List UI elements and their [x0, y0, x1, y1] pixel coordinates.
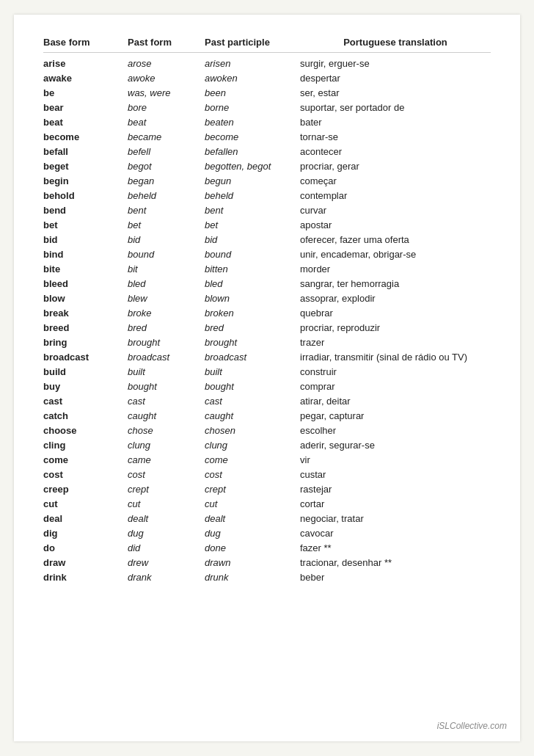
past-form-cell: befell	[128, 146, 205, 157]
past-form-cell: clung	[128, 440, 205, 451]
past-participle-cell: befallen	[205, 146, 300, 157]
past-participle-cell: bent	[205, 205, 300, 216]
translation-cell: despertar	[300, 73, 491, 84]
past-form-cell: cut	[128, 498, 205, 509]
past-participle-cell: cast	[205, 396, 300, 407]
past-participle-cell: crept	[205, 484, 300, 495]
past-form-cell: arose	[128, 58, 205, 69]
translation-cell: suportar, ser portador de	[300, 102, 491, 113]
base-form-cell: bleed	[43, 278, 128, 289]
translation-cell: tornar-se	[300, 131, 491, 142]
translation-cell: surgir, erguer-se	[300, 58, 491, 69]
base-form-cell: bind	[43, 249, 128, 260]
past-form-cell: bound	[128, 249, 205, 260]
table-row: choosechosechosenescolher	[43, 423, 491, 437]
past-form-cell: bit	[128, 263, 205, 275]
header-past-form: Past form	[128, 37, 205, 48]
header-translation: Portuguese translation	[300, 37, 491, 48]
translation-cell: apostar	[300, 219, 491, 230]
table-row: bringbroughtbroughttrazer	[43, 335, 491, 349]
past-participle-cell: caught	[205, 410, 300, 421]
past-participle-cell: bet	[205, 219, 300, 230]
past-participle-cell: bled	[205, 278, 300, 289]
base-form-cell: cost	[43, 469, 128, 480]
past-form-cell: chose	[128, 425, 205, 436]
table-row: digdugdugcavocar	[43, 526, 491, 540]
translation-cell: procriar, reproduzir	[300, 322, 491, 333]
base-form-cell: catch	[43, 410, 128, 421]
past-form-cell: caught	[128, 410, 205, 421]
translation-cell: negociar, tratar	[300, 513, 491, 524]
translation-cell: beber	[300, 572, 491, 583]
past-participle-cell: drawn	[205, 557, 300, 568]
past-participle-cell: clung	[205, 440, 300, 451]
table-header: Base form Past form Past participle Port…	[43, 37, 491, 53]
translation-cell: tracionar, desenhar **	[300, 557, 491, 568]
past-participle-cell: beheld	[205, 190, 300, 201]
base-form-cell: build	[43, 366, 128, 377]
base-form-cell: break	[43, 308, 128, 319]
past-participle-cell: arisen	[205, 58, 300, 69]
table-row: bindboundboundunir, encademar, obrigar-s…	[43, 247, 491, 261]
header-base-form: Base form	[43, 37, 128, 48]
table-row: bewas, werebeenser, estar	[43, 85, 491, 100]
table-row: awakeawokeawokendespertar	[43, 70, 491, 85]
verb-table: arisearosearisensurgir, erguer-seawakeaw…	[43, 56, 491, 584]
translation-cell: morder	[300, 263, 491, 275]
table-row: bidbidbidoferecer, fazer uma oferta	[43, 232, 491, 247]
past-form-cell: drank	[128, 572, 205, 583]
table-row: befallbefellbefallenacontecer	[43, 144, 491, 159]
past-participle-cell: dug	[205, 528, 300, 539]
past-form-cell: broke	[128, 308, 205, 319]
table-row: broadcastbroadcastbroadcastirradiar, tra…	[43, 349, 491, 364]
past-form-cell: cost	[128, 469, 205, 480]
table-row: beginbeganbeguncomeçar	[43, 173, 491, 188]
past-form-cell: blew	[128, 293, 205, 304]
table-row: dodiddonefazer **	[43, 540, 491, 555]
base-form-cell: breed	[43, 322, 128, 333]
past-form-cell: beat	[128, 117, 205, 128]
base-form-cell: dig	[43, 528, 128, 539]
header-past-participle: Past participle	[205, 37, 300, 48]
table-row: cutcutcutcortar	[43, 496, 491, 511]
past-form-cell: drew	[128, 557, 205, 568]
base-form-cell: creep	[43, 484, 128, 495]
page: Base form Past form Past participle Port…	[14, 15, 520, 741]
translation-cell: ser, estar	[300, 87, 491, 98]
past-form-cell: bred	[128, 322, 205, 333]
past-participle-cell: done	[205, 542, 300, 553]
past-participle-cell: blown	[205, 293, 300, 304]
past-form-cell: was, were	[128, 87, 205, 98]
table-row: breakbrokebrokenquebrar	[43, 305, 491, 320]
translation-cell: bater	[300, 117, 491, 128]
past-form-cell: begot	[128, 161, 205, 172]
translation-cell: escolher	[300, 425, 491, 436]
base-form-cell: come	[43, 454, 128, 465]
base-form-cell: draw	[43, 557, 128, 568]
base-form-cell: bend	[43, 205, 128, 216]
base-form-cell: bet	[43, 219, 128, 230]
base-form-cell: befall	[43, 146, 128, 157]
table-row: creepcreptcreptrastejar	[43, 481, 491, 496]
base-form-cell: bid	[43, 234, 128, 245]
past-participle-cell: been	[205, 87, 300, 98]
table-row: clingclungclungaderir, segurar-se	[43, 437, 491, 452]
base-form-cell: choose	[43, 425, 128, 436]
table-row: comecamecomevir	[43, 452, 491, 467]
past-participle-cell: brought	[205, 337, 300, 348]
base-form-cell: blow	[43, 293, 128, 304]
table-row: costcostcostcustar	[43, 467, 491, 481]
table-row: buyboughtboughtcomprar	[43, 379, 491, 393]
base-form-cell: beget	[43, 161, 128, 172]
table-row: buildbuiltbuiltconstruir	[43, 364, 491, 379]
base-form-cell: arise	[43, 58, 128, 69]
past-form-cell: built	[128, 366, 205, 377]
past-form-cell: did	[128, 542, 205, 553]
translation-cell: unir, encademar, obrigar-se	[300, 249, 491, 260]
past-form-cell: crept	[128, 484, 205, 495]
translation-cell: aderir, segurar-se	[300, 440, 491, 451]
past-participle-cell: bred	[205, 322, 300, 333]
past-participle-cell: broadcast	[205, 352, 300, 363]
table-row: castcastcastatirar, deitar	[43, 393, 491, 408]
base-form-cell: become	[43, 131, 128, 142]
